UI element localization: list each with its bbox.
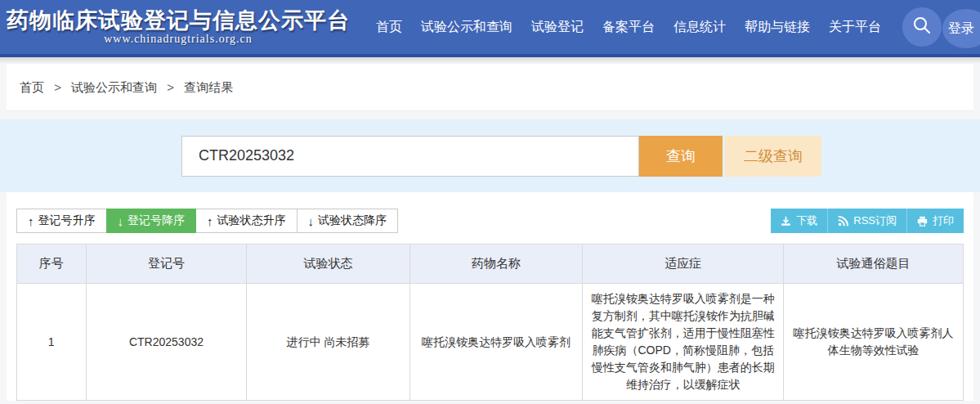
arrow-down-icon: ↓ bbox=[308, 214, 315, 228]
results-section: ↑ 登记号升序 ↓ 登记号降序 ↑ 试验状态升序 ↓ 试验状态降序 bbox=[7, 192, 973, 401]
breadcrumb: 首页 > 试验公示和查询 > 查询结果 bbox=[7, 64, 973, 111]
search-band: 查询 二级查询 bbox=[0, 119, 980, 192]
col-header-regno: 登记号 bbox=[86, 245, 247, 284]
advanced-query-button[interactable]: 二级查询 bbox=[725, 136, 821, 177]
sort-label: 试验状态升序 bbox=[217, 213, 286, 228]
query-button[interactable]: 查询 bbox=[639, 136, 723, 177]
nav-item-help-links[interactable]: 帮助与链接 bbox=[745, 19, 810, 36]
arrow-up-icon: ↑ bbox=[28, 214, 34, 228]
site-header: 药物临床试验登记与信息公示平台 www.chinadrugtrials.org.… bbox=[0, 0, 980, 57]
cell-status: 进行中 尚未招募 bbox=[247, 284, 409, 401]
cell-drugname: 噻托溴铵奥达特罗吸入喷雾剂 bbox=[409, 284, 583, 401]
nav-item-statistics[interactable]: 信息统计 bbox=[673, 19, 726, 36]
nav-item-trial-search[interactable]: 试验公示和查询 bbox=[421, 19, 512, 36]
cell-indication: 噻托溴铵奥达特罗吸入喷雾剂是一种复方制剂，其中噻托溴铵作为抗胆碱能支气管扩张剂，… bbox=[583, 284, 783, 401]
search-icon bbox=[911, 15, 933, 39]
nav-item-about[interactable]: 关于平台 bbox=[829, 19, 881, 36]
header-search-button[interactable] bbox=[902, 7, 942, 47]
arrow-up-icon: ↑ bbox=[207, 214, 213, 228]
nav-item-home[interactable]: 首页 bbox=[376, 19, 402, 36]
breadcrumb-current: 查询结果 bbox=[184, 80, 233, 94]
cell-seq: 1 bbox=[17, 284, 87, 401]
search-input[interactable] bbox=[181, 136, 639, 177]
nav-item-trial-register[interactable]: 试验登记 bbox=[531, 19, 584, 36]
login-label: 登录 bbox=[948, 20, 974, 38]
table-row[interactable]: 1 CTR20253032 进行中 尚未招募 噻托溴铵奥达特罗吸入喷雾剂 噻托溴… bbox=[17, 284, 964, 401]
table-header-row: 序号 登记号 试验状态 药物名称 适应症 试验通俗题目 bbox=[17, 245, 964, 284]
action-label: 下载 bbox=[796, 213, 817, 228]
results-table: 序号 登记号 试验状态 药物名称 适应症 试验通俗题目 1 CTR2025303… bbox=[16, 244, 964, 401]
col-header-drugname: 药物名称 bbox=[409, 245, 583, 284]
cell-public-title: 噻托溴铵奥达特罗吸入喷雾剂人体生物等效性试验 bbox=[783, 284, 963, 401]
print-icon bbox=[917, 216, 928, 227]
breadcrumb-separator: > bbox=[167, 80, 174, 94]
rss-icon bbox=[838, 216, 848, 227]
sort-status-asc-button[interactable]: ↑ 试验状态升序 bbox=[195, 209, 298, 233]
breadcrumb-home[interactable]: 首页 bbox=[20, 80, 44, 94]
col-header-indication: 适应症 bbox=[583, 245, 783, 284]
rss-button[interactable]: RSS订阅 bbox=[827, 209, 906, 233]
main-nav: 首页 试验公示和查询 试验登记 备案平台 信息统计 帮助与链接 关于平台 bbox=[376, 19, 881, 36]
action-button-group: 下载 RSS订阅 bbox=[771, 209, 964, 233]
arrow-down-icon: ↓ bbox=[118, 214, 124, 228]
site-title: 药物临床试验登记与信息公示平台 bbox=[7, 8, 350, 33]
sort-label: 登记号升序 bbox=[38, 213, 96, 228]
site-url: www.chinadrugtrials.org.cn bbox=[7, 33, 350, 46]
sort-button-group: ↑ 登记号升序 ↓ 登记号降序 ↑ 试验状态升序 ↓ 试验状态降序 bbox=[16, 209, 398, 233]
col-header-public-title: 试验通俗题目 bbox=[783, 245, 963, 284]
cell-regno: CTR20253032 bbox=[86, 284, 247, 401]
col-header-seq: 序号 bbox=[17, 245, 87, 284]
download-button[interactable]: 下载 bbox=[771, 209, 827, 233]
breadcrumb-trial-search[interactable]: 试验公示和查询 bbox=[71, 80, 157, 94]
col-header-status: 试验状态 bbox=[247, 245, 409, 284]
search-group: 查询 二级查询 bbox=[181, 136, 821, 177]
nav-item-filing-platform[interactable]: 备案平台 bbox=[602, 19, 655, 36]
header-shadow bbox=[0, 57, 980, 64]
print-button[interactable]: 打印 bbox=[906, 209, 964, 233]
site-logo[interactable]: 药物临床试验登记与信息公示平台 www.chinadrugtrials.org.… bbox=[7, 8, 350, 46]
login-button[interactable]: 登录 bbox=[942, 9, 980, 48]
sort-regno-asc-button[interactable]: ↑ 登记号升序 bbox=[16, 209, 107, 233]
sort-label: 登记号降序 bbox=[128, 213, 185, 228]
sort-label: 试验状态降序 bbox=[318, 213, 387, 228]
results-toolbar: ↑ 登记号升序 ↓ 登记号降序 ↑ 试验状态升序 ↓ 试验状态降序 bbox=[16, 209, 964, 233]
sort-regno-desc-button[interactable]: ↓ 登记号降序 bbox=[106, 209, 197, 233]
action-label: RSS订阅 bbox=[853, 213, 897, 228]
action-label: 打印 bbox=[933, 213, 954, 228]
download-icon bbox=[781, 216, 791, 227]
sort-status-desc-button[interactable]: ↓ 试验状态降序 bbox=[297, 209, 399, 233]
breadcrumb-separator: > bbox=[54, 80, 61, 94]
